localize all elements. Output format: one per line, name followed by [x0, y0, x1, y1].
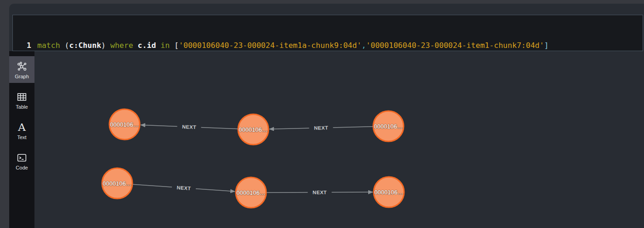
node-label: 0000106…: [236, 189, 266, 196]
sidebar-item-code[interactable]: Code: [9, 147, 34, 174]
edge-label-text: NEXT: [177, 185, 191, 191]
table-view-icon: [16, 90, 28, 103]
graph-node[interactable]: 0000106…: [373, 111, 404, 141]
edge-label-text: NEXT: [182, 124, 196, 130]
edge-label-text: NEXT: [313, 189, 327, 195]
node-label: 0000106…: [374, 123, 403, 130]
sidebar-item-label: Text: [17, 134, 26, 140]
node-label: 0000106…: [239, 126, 268, 133]
code-view-icon: [16, 151, 28, 164]
edge-label-text: NEXT: [314, 125, 328, 131]
node-label: 0000106…: [103, 180, 132, 187]
sidebar-item-graph[interactable]: Graph: [9, 56, 34, 83]
sidebar-item-text[interactable]: A Text: [9, 117, 34, 144]
line-number: 1: [13, 40, 31, 51]
sidebar-item-table[interactable]: Table: [9, 87, 34, 113]
graph-node[interactable]: 0000106…: [102, 168, 132, 199]
node-label: 0000106…: [374, 189, 404, 196]
code-line[interactable]: 1match (c:Chunk) where c.id in ['0000106…: [13, 40, 643, 51]
cypher-editor[interactable]: 1match (c:Chunk) where c.id in ['0000106…: [12, 15, 643, 51]
edge-label[interactable]: NEXT: [308, 188, 331, 196]
node-label: 0000106…: [110, 121, 139, 128]
edge-label[interactable]: NEXT: [309, 124, 333, 132]
text-view-icon: A: [18, 121, 26, 134]
query-result-frame: 1match (c:Chunk) where c.id in ['0000106…: [9, 4, 644, 228]
graph-node[interactable]: 0000106…: [238, 114, 268, 145]
graph-node[interactable]: 0000106…: [374, 177, 404, 207]
sidebar-item-label: Code: [16, 165, 28, 170]
edge-label[interactable]: NEXT: [172, 183, 196, 193]
graph-view-icon: [16, 60, 28, 73]
graph-node[interactable]: 0000106…: [236, 177, 266, 208]
graph-canvas[interactable]: NEXTNEXTNEXTNEXT0000106…0000106…0000106……: [34, 51, 644, 228]
code-lines: 1match (c:Chunk) where c.id in ['0000106…: [13, 40, 643, 51]
sidebar-item-label: Table: [16, 104, 28, 110]
edge-label[interactable]: NEXT: [177, 123, 201, 131]
view-switcher: Graph Table A Text: [9, 51, 34, 228]
graph-node[interactable]: 0000106…: [109, 109, 140, 140]
sidebar-item-label: Graph: [15, 74, 29, 79]
code-text: match (c:Chunk) where c.id in ['00001060…: [31, 40, 549, 51]
